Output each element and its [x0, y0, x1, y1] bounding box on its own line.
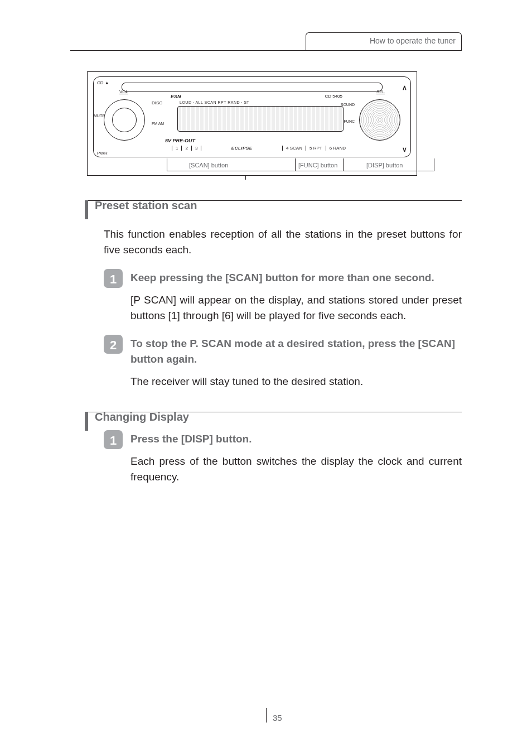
disc-label: DISC [152, 100, 162, 105]
step-1: 1 Keep pressing the [SCAN] button for mo… [104, 270, 462, 324]
step-2-heading: To stop the P. SCAN mode at a desired st… [130, 336, 462, 367]
step-number: 1 [104, 431, 123, 450]
section-rule [88, 200, 462, 201]
lcd-indicator-labels: LOUD · ALL SCAN RPT RAND · ST [180, 100, 249, 104]
section-title: Changing Display [95, 411, 189, 423]
step-1-body: [P SCAN] will appear on the display, and… [130, 292, 462, 324]
mute-label: MUTE [94, 114, 105, 118]
page-number: 35 [273, 713, 282, 723]
preset-2: 2 [181, 146, 191, 151]
vol-label: VOL [119, 89, 128, 94]
section-intro: This function enables reception of all t… [104, 227, 462, 258]
model-label: CD 5405 [325, 94, 342, 99]
section-title: Preset station scan [95, 199, 197, 212]
callout-disp: [DISP] button [366, 162, 403, 168]
step-2-body: The receiver will stay tuned to the desi… [130, 374, 462, 389]
step-number: 2 [104, 336, 123, 355]
esn-label: ESN [171, 94, 181, 99]
preset-6-rand: 6 RAND [326, 146, 349, 151]
section-preset-scan: Preset station scan This function enable… [70, 200, 462, 389]
preset-1: 1 [172, 146, 181, 151]
footer-divider [266, 708, 267, 723]
cd-eject-label: CD ▲ [97, 80, 109, 85]
section-tab: How to operate the tuner [306, 32, 462, 50]
section-bar-icon [85, 200, 88, 219]
step-1-heading: Press the [DISP] button. [130, 431, 462, 447]
callout-scan: [SCAN] button [189, 162, 228, 168]
select-knob [359, 99, 400, 141]
sel-label: SEL [376, 89, 385, 94]
pwr-label: PWR [97, 151, 108, 156]
fm-am-label: FM AM [152, 122, 164, 126]
preout-label: 5V PRE-OUT [165, 138, 195, 143]
step-1-body: Each press of the button switches the di… [130, 454, 462, 485]
callout-func: [FUNC] button [298, 162, 337, 168]
lcd-display [177, 106, 344, 132]
chevron-down-icon: ∨ [402, 146, 407, 153]
step-1: 1 Press the [DISP] button. Each press of… [104, 431, 462, 485]
step-1-heading: Keep pressing the [SCAN] button for more… [130, 270, 462, 286]
chevron-up-icon: ∧ [402, 84, 407, 92]
cd-slot [122, 83, 383, 92]
section-rule [88, 412, 462, 412]
callout-tick [245, 175, 246, 180]
preset-3: 3 [191, 146, 201, 151]
step-2: 2 To stop the P. SCAN mode at a desired … [104, 336, 462, 389]
step-number: 1 [104, 270, 123, 289]
preset-4-scan: 4 SCAN [282, 146, 306, 151]
receiver-illustration: CD ▲ VOL SEL MUTE PWR DISC FM AM 5V PRE-… [87, 71, 417, 176]
section-changing-display: Changing Display 1 Press the [DISP] butt… [70, 412, 462, 485]
preset-button-row: 1 2 3 ECLIPSE 4 SCAN 5 RPT 6 RAND [172, 143, 349, 152]
preset-5-rpt: 5 RPT [306, 146, 326, 151]
callout-row: [SCAN] button [FUNC] button [DISP] butto… [88, 158, 417, 175]
faceplate-outline: CD ▲ VOL SEL MUTE PWR DISC FM AM 5V PRE-… [93, 76, 411, 157]
brand-eclipse: ECLIPSE [201, 146, 282, 151]
section-bar-icon [85, 412, 88, 431]
volume-knob [104, 99, 145, 141]
header-rule [70, 50, 462, 51]
